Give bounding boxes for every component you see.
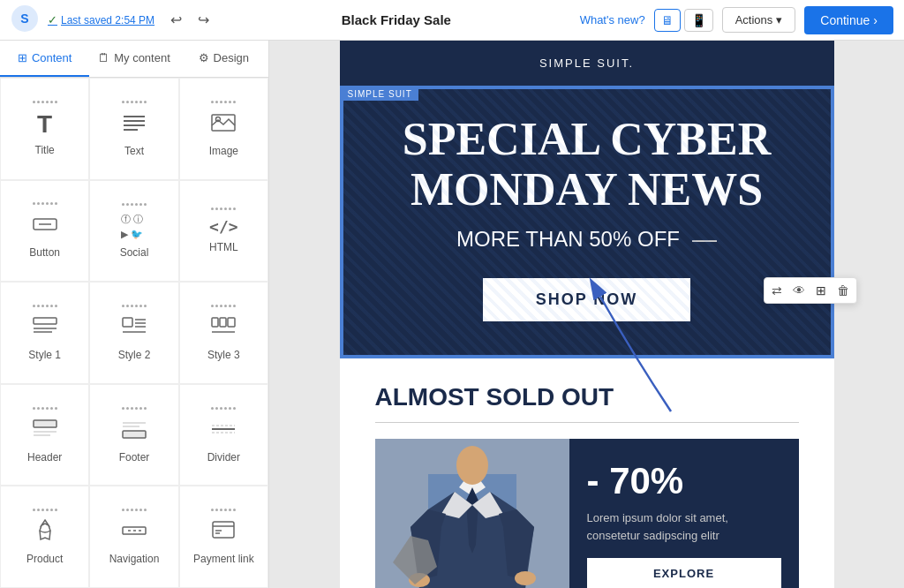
save-status[interactable]: ✓ Last saved 2:54 PM bbox=[48, 13, 154, 26]
button-widget-icon bbox=[33, 212, 57, 241]
actions-button[interactable]: Actions ▾ bbox=[722, 7, 796, 33]
widget-divider-label: Divider bbox=[207, 451, 240, 464]
widget-social-label: Social bbox=[120, 246, 149, 259]
drag-handle bbox=[33, 101, 57, 103]
delete-icon[interactable]: 🗑 bbox=[835, 282, 851, 299]
widget-payment-link-label: Payment link bbox=[193, 553, 254, 565]
widget-social[interactable]: ⓕⓘ ▶🐦 Social bbox=[89, 180, 178, 283]
desktop-view-button[interactable]: 🖥 bbox=[654, 9, 681, 32]
svg-rect-27 bbox=[123, 431, 146, 438]
widget-image-label: Image bbox=[209, 145, 238, 157]
tab-content[interactable]: ⊞ Content bbox=[0, 41, 89, 77]
shop-button-wrap: SHOP NOW bbox=[377, 278, 797, 321]
svg-point-46 bbox=[515, 571, 536, 585]
widget-html[interactable]: </> HTML bbox=[179, 180, 268, 283]
text-widget-icon bbox=[122, 110, 147, 139]
divider-widget-icon bbox=[211, 417, 236, 446]
almost-sold-out-section: ALMOST SOLD OUT bbox=[340, 358, 834, 588]
drag-handle bbox=[211, 305, 236, 307]
whats-new-link[interactable]: What's new? bbox=[580, 13, 645, 26]
widget-divider[interactable]: Divider bbox=[179, 384, 268, 486]
design-tab-icon: ⚙ bbox=[199, 51, 209, 64]
widget-navigation[interactable]: Navigation bbox=[89, 486, 178, 588]
widget-style2[interactable]: Style 2 bbox=[89, 282, 178, 384]
drag-handle bbox=[33, 407, 57, 410]
swap-icon[interactable]: ⇄ bbox=[770, 282, 784, 299]
widget-title-label: Title bbox=[35, 144, 55, 156]
topbar-right: What's new? 🖥 📱 Actions ▾ Continue › bbox=[580, 6, 893, 34]
my-content-tab-icon: 🗒 bbox=[98, 51, 109, 64]
tab-design[interactable]: ⚙ Design bbox=[179, 41, 268, 77]
widget-style1-label: Style 1 bbox=[28, 349, 61, 361]
widget-footer-label: Footer bbox=[119, 451, 150, 464]
preview-icon[interactable]: 👁 bbox=[791, 282, 807, 299]
panel-tabs: ⊞ Content 🗒 My content ⚙ Design bbox=[0, 41, 268, 78]
style3-widget-icon bbox=[211, 314, 236, 343]
widget-style1[interactable]: Style 1 bbox=[0, 282, 89, 384]
product-description: Lorem ipsum dolor sit amet, consetetur s… bbox=[587, 509, 781, 544]
widget-title[interactable]: T Title bbox=[0, 78, 89, 180]
undo-button[interactable]: ↩ bbox=[167, 8, 185, 32]
svg-rect-19 bbox=[220, 318, 226, 327]
tab-my-content[interactable]: 🗒 My content bbox=[89, 41, 178, 77]
drag-handle bbox=[211, 407, 236, 410]
continue-button[interactable]: Continue › bbox=[804, 6, 893, 34]
widget-button[interactable]: Button bbox=[0, 180, 89, 283]
drag-handle bbox=[33, 305, 57, 307]
save-block-icon[interactable]: ⊞ bbox=[814, 282, 828, 299]
widget-payment-link[interactable]: Payment link bbox=[179, 486, 268, 588]
app-logo: S bbox=[11, 4, 39, 36]
image-widget-icon bbox=[211, 110, 236, 139]
block-toolbar: ⇄ 👁 ⊞ 🗑 bbox=[764, 277, 857, 304]
svg-point-7 bbox=[216, 117, 221, 121]
widget-style3[interactable]: Style 3 bbox=[179, 282, 268, 384]
drag-handle bbox=[33, 202, 57, 205]
hero-block[interactable]: SIMPLE SUIT ⇄ 👁 ⊞ 🗑 SPECIAL CYBER MONDAY… bbox=[340, 86, 834, 358]
svg-rect-18 bbox=[212, 318, 218, 327]
drag-handle bbox=[211, 101, 236, 103]
explore-button[interactable]: EXPLORE bbox=[587, 558, 781, 588]
brand-name: SIMPLE SUIT. bbox=[539, 57, 634, 70]
topbar: S ✓ Last saved 2:54 PM ↩ ↪ Black Friday … bbox=[0, 0, 904, 41]
svg-rect-35 bbox=[213, 522, 234, 538]
content-tab-icon: ⊞ bbox=[18, 51, 27, 64]
product-row: - 70% Lorem ipsum dolor sit amet, conset… bbox=[375, 439, 799, 588]
widget-image[interactable]: Image bbox=[179, 78, 268, 180]
widget-text[interactable]: Text bbox=[89, 78, 178, 180]
email-brand-bar: SIMPLE SUIT. bbox=[340, 41, 834, 86]
hero-title: SPECIAL CYBER MONDAY NEWS bbox=[377, 114, 797, 215]
canvas-area[interactable]: SIMPLE SUIT. SIMPLE SUIT ⇄ 👁 ⊞ 🗑 SPECIAL… bbox=[269, 41, 904, 588]
dash-decoration: — bbox=[692, 225, 717, 253]
mobile-view-button[interactable]: 📱 bbox=[684, 9, 713, 32]
svg-rect-10 bbox=[34, 318, 56, 324]
svg-rect-13 bbox=[123, 318, 132, 327]
drag-handle bbox=[122, 101, 147, 103]
email-canvas: SIMPLE SUIT. SIMPLE SUIT ⇄ 👁 ⊞ 🗑 SPECIAL… bbox=[340, 41, 834, 588]
header-widget-icon bbox=[33, 417, 57, 446]
widget-header[interactable]: Header bbox=[0, 384, 89, 486]
footer-widget-icon bbox=[122, 417, 147, 446]
drag-handle bbox=[122, 407, 147, 410]
widget-header-label: Header bbox=[27, 451, 62, 464]
svg-rect-22 bbox=[34, 420, 56, 427]
payment-link-widget-icon bbox=[211, 518, 236, 547]
widget-style3-label: Style 3 bbox=[207, 349, 240, 361]
style2-widget-icon bbox=[122, 314, 147, 343]
block-label: SIMPLE SUIT bbox=[342, 87, 418, 101]
chevron-down-icon: ▾ bbox=[776, 13, 782, 26]
document-title: Black Friday Sale bbox=[222, 12, 571, 27]
widget-style2-label: Style 2 bbox=[118, 349, 151, 361]
widget-product[interactable]: Product bbox=[0, 486, 89, 588]
widget-footer[interactable]: Footer bbox=[89, 384, 178, 486]
drag-handle bbox=[122, 509, 147, 511]
product-discount: - 70% bbox=[587, 460, 781, 502]
drag-handle bbox=[211, 509, 236, 511]
product-widget-icon bbox=[33, 518, 57, 547]
check-icon: ✓ bbox=[48, 13, 57, 26]
left-panel: ⊞ Content 🗒 My content ⚙ Design T Title bbox=[0, 41, 269, 588]
widget-button-label: Button bbox=[29, 246, 60, 259]
shop-now-button[interactable]: SHOP NOW bbox=[483, 278, 691, 321]
svg-point-44 bbox=[456, 446, 488, 485]
widget-text-label: Text bbox=[124, 145, 144, 157]
redo-button[interactable]: ↪ bbox=[194, 8, 213, 32]
